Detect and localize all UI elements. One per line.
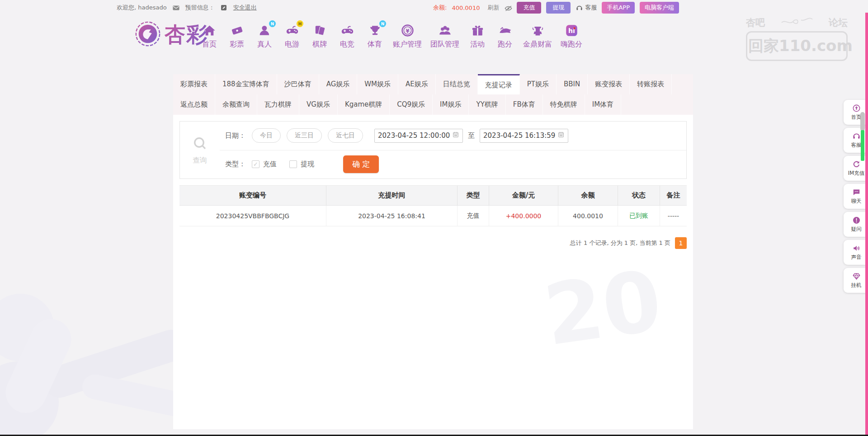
- date-to-input[interactable]: 2023-04-25 16:13:59: [480, 129, 568, 143]
- tab-item[interactable]: FB体育: [506, 94, 543, 115]
- deposit-checkbox[interactable]: ✓: [252, 160, 259, 168]
- page-1-button[interactable]: 1: [675, 237, 687, 249]
- exclamation-circle-icon: [852, 216, 861, 225]
- column-header: 类型: [458, 186, 489, 206]
- withdraw-button[interactable]: 提现: [546, 2, 571, 14]
- nav-item-egames[interactable]: H 电游: [283, 23, 302, 49]
- cell-note: -----: [660, 206, 687, 226]
- tab-item-active[interactable]: 充提记录: [478, 74, 520, 94]
- cell-type: 充值: [458, 206, 489, 226]
- query-zone: 查询: [180, 122, 220, 178]
- deposit-checkbox-label: 充值: [263, 160, 277, 169]
- message-envelope-icon[interactable]: [172, 4, 180, 12]
- tab-item[interactable]: PT娱乐: [520, 74, 557, 94]
- pc-client-button[interactable]: 电脑客户端: [640, 2, 679, 14]
- mobile-app-button[interactable]: 手机APP: [602, 2, 635, 14]
- filter-box: 查询 日期： 今日 近三日 近七日 2023-04-25 12:00:00 至 …: [179, 121, 687, 179]
- column-header: 状态: [618, 186, 660, 206]
- customer-service-link[interactable]: 客服: [576, 4, 597, 12]
- watermark-domain: 回家110.com: [746, 31, 848, 61]
- recharge-refresh-icon: [852, 160, 861, 169]
- tab-item[interactable]: 瓦力棋牌: [257, 94, 299, 115]
- sidebar-item-question[interactable]: 疑问: [844, 212, 868, 237]
- withdraw-checkbox[interactable]: [289, 160, 297, 168]
- tab-item[interactable]: IM娱乐: [433, 94, 469, 115]
- nav-item-lottery[interactable]: 彩票: [227, 23, 246, 49]
- tab-item[interactable]: 返点总额: [173, 94, 215, 115]
- nav-item-live[interactable]: N 真人: [255, 23, 274, 49]
- sidebar-item-sound[interactable]: 声音: [844, 240, 868, 265]
- cell-record-id: 20230425VBBFBGBCJG: [179, 206, 326, 226]
- cell-time: 2023-04-25 16:08:41: [326, 206, 458, 226]
- deposit-button[interactable]: 充值: [517, 2, 541, 14]
- sidebar-item-chat[interactable]: 聊天: [844, 184, 868, 209]
- date-from-input[interactable]: 2023-04-25 12:00:00: [374, 129, 463, 143]
- table-row: 20230425VBBFBGBCJG 2023-04-25 16:08:41 充…: [179, 206, 687, 226]
- nav-item-jinding[interactable]: 金鼎财富: [523, 23, 552, 49]
- watermark-right-text: 论坛: [829, 16, 848, 29]
- withdraw-checkbox-label: 提现: [301, 160, 314, 169]
- scrollbar-thumb[interactable]: [860, 112, 865, 131]
- nav-item-team[interactable]: 团队管理: [430, 23, 459, 49]
- preset-7days-button[interactable]: 近七日: [328, 128, 363, 143]
- tab-item[interactable]: 188金宝博体育: [215, 74, 277, 94]
- tab-item[interactable]: CQ9娱乐: [390, 94, 433, 115]
- type-filter-row: 类型： ✓ 充值 提现 确 定: [220, 150, 686, 179]
- nav-item-account[interactable]: ¥ 账户管理: [393, 23, 422, 49]
- scrollbar-indicator: [861, 130, 864, 161]
- brand-logo[interactable]: 杏彩: [134, 20, 208, 50]
- tab-item[interactable]: Kgame棋牌: [338, 94, 390, 115]
- tab-item[interactable]: BBIN: [557, 74, 588, 94]
- nav-item-home[interactable]: 首页: [200, 23, 219, 49]
- tab-item[interactable]: 特免棋牌: [543, 94, 585, 115]
- preset-3days-button[interactable]: 近三日: [287, 128, 322, 143]
- cell-balance: 400.0010: [558, 206, 618, 226]
- nav-item-hipaofen[interactable]: hi 嗨跑分: [561, 23, 582, 49]
- main-nav: 首页 彩票 N 真人 H 电游 棋牌 电竞 N 体育 ¥ 账户管理 团队管理 活…: [200, 23, 582, 49]
- table-header-row: 账变编号 充提时间 类型 金额/元 余额 状态 备注: [179, 186, 687, 206]
- sidebar-item-afk[interactable]: 挂机: [844, 268, 868, 293]
- hi-app-icon: hi: [565, 23, 579, 38]
- date-label: 日期：: [225, 131, 245, 140]
- tab-item[interactable]: 余额查询: [215, 94, 257, 115]
- tab-item[interactable]: 账变报表: [588, 74, 630, 94]
- ticket-icon: [230, 23, 244, 38]
- nav-item-sports[interactable]: N 体育: [365, 23, 384, 49]
- tab-item[interactable]: YY棋牌: [469, 94, 505, 115]
- column-header: 充提时间: [326, 186, 458, 206]
- tab-item[interactable]: 彩票报表: [173, 74, 215, 94]
- nav-item-boardgames[interactable]: 棋牌: [310, 23, 329, 49]
- pagination-summary: 总计 1 个记录, 分为 1 页, 当前第 1 页: [570, 239, 670, 247]
- deposit-checkbox-group[interactable]: ✓ 充值: [252, 160, 277, 169]
- tab-item[interactable]: 日结总览: [436, 74, 478, 94]
- withdraw-checkbox-group[interactable]: 提现: [289, 160, 314, 169]
- new-badge: N: [269, 20, 276, 27]
- tab-item[interactable]: AE娱乐: [398, 74, 436, 94]
- balance-value: 400.0010: [452, 5, 480, 11]
- tab-item[interactable]: 沙巴体育: [277, 74, 319, 94]
- preset-today-button[interactable]: 今日: [252, 128, 281, 143]
- logout-link[interactable]: 安全退出: [233, 4, 257, 12]
- background-circle-decoration: [0, 294, 54, 361]
- speaker-icon: [852, 244, 861, 253]
- esports-gamepad-icon: [340, 23, 354, 38]
- tab-item[interactable]: 转账报表: [630, 74, 672, 94]
- tab-item[interactable]: AG娱乐: [319, 74, 358, 94]
- tab-item[interactable]: IM体育: [585, 94, 621, 115]
- nav-item-paofen[interactable]: 跑分: [495, 23, 514, 49]
- tab-item[interactable]: VG娱乐: [299, 94, 338, 115]
- edit-pencil-icon[interactable]: [220, 4, 228, 12]
- brand-logo-icon: [134, 20, 162, 50]
- customer-service-label: 客服: [585, 4, 597, 12]
- content-panel: 彩票报表 188金宝博体育 沙巴体育 AG娱乐 WM娱乐 AE娱乐 日结总览 充…: [173, 74, 693, 429]
- tab-item[interactable]: WM娱乐: [357, 74, 398, 94]
- refresh-link[interactable]: 刷新: [487, 4, 499, 12]
- confirm-button[interactable]: 确 定: [343, 155, 379, 173]
- nav-item-esports[interactable]: 电竞: [338, 23, 357, 49]
- diamond-icon: [852, 272, 861, 281]
- cell-status: 已到账: [618, 206, 660, 226]
- eye-slash-icon[interactable]: [504, 4, 512, 12]
- welcome-text: 欢迎您, hadesado: [117, 4, 167, 12]
- nav-item-promos[interactable]: 活动: [468, 23, 487, 49]
- reserved-info-label: 预留信息：: [185, 4, 215, 12]
